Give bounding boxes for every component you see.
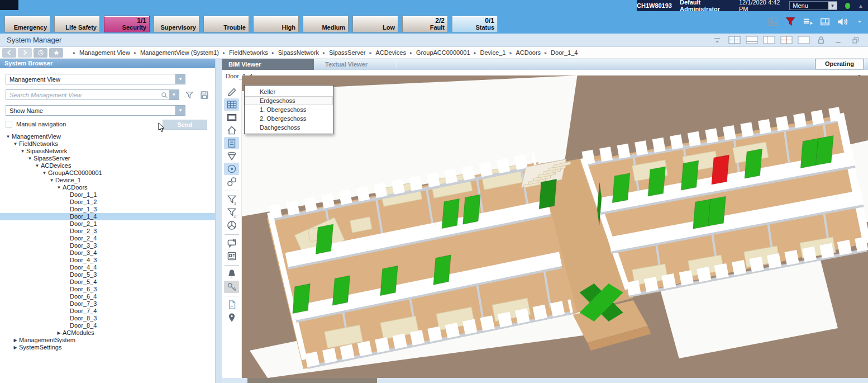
tree-item-acdoors[interactable]: ▼ACDoors <box>0 184 215 191</box>
breadcrumb-item-groupacc0000001[interactable]: GroupACC0000001 <box>416 49 470 56</box>
tree-item-door-2-3[interactable]: Door_2_3 <box>0 228 215 235</box>
breadcrumb-item-door-1-4[interactable]: Door_1_4 <box>551 49 578 56</box>
screen-tool-icon[interactable] <box>224 111 239 124</box>
minimize-icon[interactable] <box>832 35 845 46</box>
alarm-button-security[interactable]: 1/1Security <box>104 16 150 32</box>
door-marker-alarm[interactable] <box>712 155 729 185</box>
tree-item-device-1[interactable]: ▼Device_1 <box>0 177 215 184</box>
breadcrumb-item-sipassnetwork[interactable]: SipassNetwork <box>278 49 319 56</box>
scrollbar-thumb[interactable] <box>247 378 377 383</box>
tree-item-acmodules[interactable]: ▶ACModules <box>0 329 215 337</box>
alarm-button-low[interactable]: Low <box>352 16 398 32</box>
door-marker[interactable] <box>693 199 711 229</box>
tab-textual-viewer[interactable]: Textual Viewer <box>325 59 368 70</box>
favorites-button[interactable] <box>49 48 63 58</box>
horizontal-scrollbar[interactable] <box>222 378 868 383</box>
cone-tool-icon[interactable] <box>224 150 239 162</box>
tree-item-door-7-4[interactable]: Door_7_4 <box>0 308 215 315</box>
door-marker[interactable] <box>293 283 310 314</box>
restore-icon[interactable] <box>849 35 862 46</box>
tree-expander-icon[interactable]: ▼ <box>41 169 48 177</box>
filter2-tool-icon[interactable]: 2 <box>224 206 239 219</box>
tree-item-door-6-3[interactable]: Door_6_3 <box>0 286 215 293</box>
door-marker[interactable] <box>463 195 480 225</box>
tree-item-managementview[interactable]: ▼ManagementView <box>0 133 215 140</box>
filter1-tool-icon[interactable]: 1 <box>224 193 239 206</box>
tree-item-door-5-3[interactable]: Door_5_3 <box>0 271 215 278</box>
link-tool-icon[interactable] <box>224 176 239 188</box>
home-tool-icon[interactable] <box>224 124 239 136</box>
door-marker[interactable] <box>442 198 459 229</box>
bim-3d-scene[interactable] <box>242 75 868 378</box>
chevron-down-icon[interactable] <box>853 15 866 29</box>
floor-item-1-obergeschoss[interactable]: 1. Obergeschoss <box>245 105 333 114</box>
alarm-button-life-safety[interactable]: Life Safety <box>54 16 100 32</box>
breadcrumb-item-fieldnetworks[interactable]: FieldNetworks <box>229 49 268 56</box>
floor-item-keller[interactable]: Keller <box>245 87 333 96</box>
forward-button[interactable] <box>18 48 32 58</box>
tree-item-door-1-4[interactable]: Door_1_4 <box>0 213 215 220</box>
door-marker[interactable] <box>433 255 451 285</box>
door-marker[interactable] <box>800 139 818 168</box>
tree-item-door-1-3[interactable]: Door_1_3 <box>0 206 215 213</box>
tree-item-door-1-2[interactable]: Door_1_2 <box>0 198 215 206</box>
tree-item-door-8-3[interactable]: Door_8_3 <box>0 315 215 322</box>
tree-item-door-3-3[interactable]: Door_3_3 <box>0 242 215 249</box>
floors-tool-icon[interactable] <box>224 137 239 149</box>
comment-tool-icon[interactable] <box>224 237 239 249</box>
floor-item-erdgeschoss[interactable]: Erdgeschoss <box>245 96 333 105</box>
collapse-triangle-icon[interactable]: ▲ <box>858 3 864 9</box>
key-tool-icon[interactable] <box>224 281 239 293</box>
door-marker[interactable] <box>745 149 762 178</box>
tree-item-door-1-1[interactable]: Door_1_1 <box>0 191 215 198</box>
event-list-icon[interactable] <box>801 15 814 29</box>
tree-item-groupacc0000001[interactable]: ▼GroupACC0000001 <box>0 169 215 177</box>
pdf-tool-icon[interactable] <box>224 299 239 311</box>
back-button[interactable] <box>2 48 16 58</box>
tree-item-door-2-1[interactable]: Door_2_1 <box>0 220 215 228</box>
image-viewer-icon[interactable] <box>766 15 780 29</box>
panel-splitter[interactable] <box>215 59 222 383</box>
card-tool-icon[interactable] <box>224 250 239 262</box>
history-button[interactable] <box>34 48 47 58</box>
breadcrumb-item-managementview-system1-[interactable]: ManagementView (System1) <box>140 49 219 56</box>
breadcrumb-item-management-view[interactable]: Management View <box>79 49 130 56</box>
door-marker[interactable] <box>332 276 350 306</box>
alarm-button-status[interactable]: 0/1Status <box>452 16 498 32</box>
tree-expander-icon[interactable]: ▶ <box>12 344 19 351</box>
locate-tool-icon[interactable] <box>224 163 239 175</box>
alarm-button-trouble[interactable]: Trouble <box>203 16 249 32</box>
tree-item-door-2-4[interactable]: Door_2_4 <box>0 235 215 242</box>
alarm-button-medium[interactable]: Medium <box>303 16 349 32</box>
door-marker[interactable] <box>316 224 333 254</box>
tab-bim-viewer[interactable]: BIM Viewer <box>222 59 314 70</box>
tree-item-managementsystem[interactable]: ▶ManagementSystem <box>0 337 215 344</box>
alarm-button-supervisory[interactable]: Supervisory <box>154 16 199 32</box>
grid-tool-icon[interactable] <box>224 98 239 111</box>
save-search-icon[interactable] <box>199 90 209 100</box>
tree-expander-icon[interactable]: ▼ <box>12 140 19 148</box>
pane-quad-icon[interactable] <box>780 35 793 46</box>
tree-item-sipassnetwork[interactable]: ▼SipassNetwork <box>0 148 215 155</box>
door-marker[interactable] <box>612 173 630 203</box>
tree-expander-icon[interactable]: ▼ <box>48 177 55 184</box>
tree-item-door-4-4[interactable]: Door_4_4 <box>0 264 215 271</box>
tree-expander-icon[interactable]: ▶ <box>55 329 63 337</box>
operating-mode-button[interactable]: Operating <box>815 59 864 69</box>
explode-tool-icon[interactable] <box>224 219 239 231</box>
chevron-down-icon[interactable]: ▼ <box>169 90 179 100</box>
menu-dropdown[interactable]: Menu ▼ <box>789 1 837 10</box>
view-select[interactable]: Management View ▼ <box>6 74 185 84</box>
tree-item-door-3-4[interactable]: Door_3_4 <box>0 249 215 257</box>
door-marker[interactable] <box>816 136 834 166</box>
tree-item-door-5-4[interactable]: Door_5_4 <box>0 278 215 286</box>
pane-left-icon[interactable] <box>762 35 776 46</box>
lock-icon[interactable] <box>814 35 828 46</box>
tree-item-door-6-4[interactable]: Door_6_4 <box>0 293 215 300</box>
floor-item-dachgeschoss[interactable]: Dachgeschoss <box>245 123 333 132</box>
pin-tool-icon[interactable] <box>224 311 239 324</box>
breadcrumb-item-acdevices[interactable]: ACDevices <box>376 49 406 56</box>
sound-icon[interactable] <box>836 15 849 29</box>
breadcrumb-item-device-1[interactable]: Device_1 <box>480 49 506 56</box>
pane-empty-icon[interactable] <box>797 35 810 46</box>
